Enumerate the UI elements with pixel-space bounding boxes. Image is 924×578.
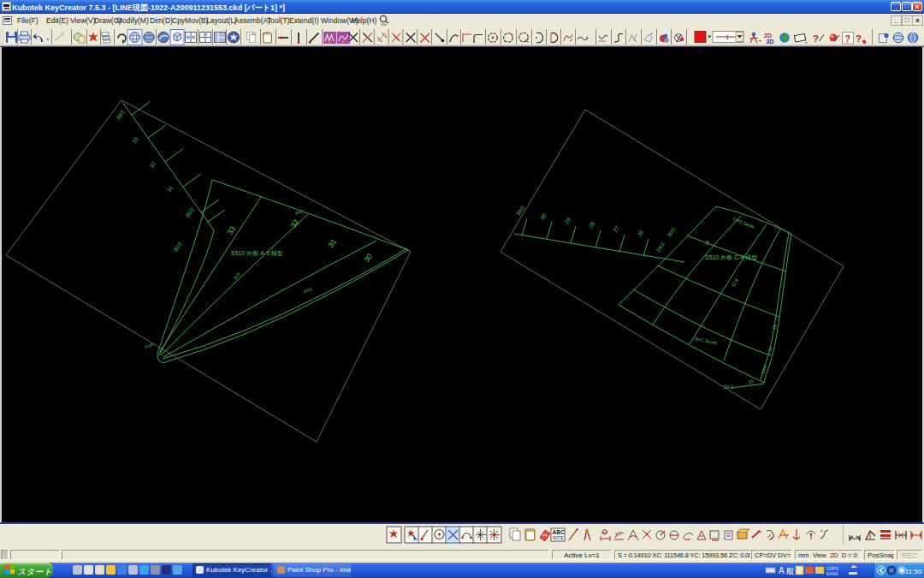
svg-text:25: 25: [771, 324, 778, 330]
svg-text:30/2: 30/2: [184, 206, 195, 219]
svg-text:C/4: C/4: [731, 277, 740, 288]
svg-text:KANA: KANA: [826, 571, 838, 576]
svg-text:32: 32: [288, 217, 300, 229]
svg-text:30: 30: [539, 212, 548, 221]
svg-text:xyc: xyc: [615, 531, 622, 536]
svg-text:30/2: 30/2: [115, 109, 126, 122]
svg-text:26: 26: [703, 239, 710, 246]
svg-text:般: 般: [786, 567, 794, 575]
svg-text:24: 24: [767, 346, 773, 352]
svg-text:ABC: ABC: [553, 529, 565, 535]
svg-text:30: 30: [362, 252, 374, 264]
svg-text:1: 1: [726, 33, 729, 41]
svg-text:KxA: KxA: [144, 342, 154, 349]
svg-text:?: ?: [845, 33, 850, 44]
svg-text:xyl: xyl: [601, 530, 607, 535]
svg-text:32: 32: [148, 160, 157, 169]
svg-text:27: 27: [612, 224, 620, 233]
svg-text:NOTE: NOTE: [553, 536, 564, 540]
svg-text:BxC Seam: BxC Seam: [695, 336, 718, 345]
svg-text:33: 33: [225, 224, 237, 236]
svg-text:30/2: 30/2: [666, 226, 677, 238]
svg-text:2A/2: 2A/2: [655, 241, 666, 253]
svg-text:31: 31: [166, 184, 175, 193]
svg-text:?: ?: [813, 33, 819, 44]
svg-text:25: 25: [748, 378, 755, 385]
svg-text:?: ?: [856, 33, 862, 44]
svg-text:11:50: 11:50: [905, 568, 922, 575]
svg-text:28: 28: [588, 220, 596, 229]
svg-text:30/2: 30/2: [172, 241, 183, 253]
svg-text:S510 外板 C-4 様型: S510 外板 C-4 様型: [705, 254, 757, 261]
svg-text:30/2: 30/2: [515, 204, 526, 217]
svg-text:A: A: [779, 566, 785, 575]
svg-text:33: 33: [131, 135, 139, 144]
svg-text:S510 外板 A-5 様型: S510 外板 A-5 様型: [231, 250, 283, 257]
svg-text:CeO Seam: CeO Seam: [732, 216, 756, 229]
svg-text:3D: 3D: [767, 39, 774, 45]
svg-text:PA2: PA2: [303, 286, 313, 295]
svg-text:29: 29: [563, 217, 572, 225]
svg-text:A-5: A-5: [233, 271, 241, 280]
svg-text:2A/2: 2A/2: [724, 384, 733, 390]
svg-text:31: 31: [326, 237, 338, 249]
svg-text:26: 26: [636, 229, 644, 237]
svg-text:UML: UML: [381, 23, 387, 27]
